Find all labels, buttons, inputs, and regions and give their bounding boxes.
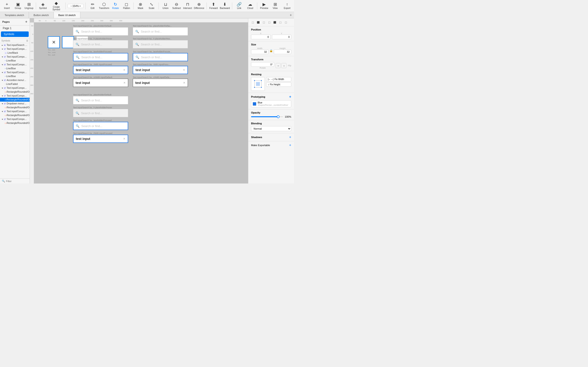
clear-icon-2[interactable]: ✕ bbox=[123, 81, 126, 84]
create-symbol-tool[interactable]: ◆ Create Symbol bbox=[49, 1, 64, 11]
page-item-page1[interactable]: Page 1 bbox=[0, 25, 30, 31]
search-box-filled-focused-2[interactable]: test input ✕ bbox=[73, 135, 128, 143]
clear-icon-r2[interactable]: ✕ bbox=[183, 81, 185, 84]
opacity-slider[interactable] bbox=[251, 116, 283, 117]
layer-toggle[interactable]: ▾ bbox=[2, 95, 3, 97]
align-left-button[interactable]: ⬚ bbox=[250, 20, 255, 25]
align-right-button[interactable]: ⬚ bbox=[261, 20, 266, 25]
y-input[interactable] bbox=[272, 35, 292, 39]
height-input[interactable] bbox=[274, 50, 291, 54]
rotate-tool[interactable]: ↻ Rotate bbox=[111, 1, 121, 11]
fix-width-button[interactable]: |←→| Fix Width bbox=[266, 77, 291, 81]
x-input[interactable] bbox=[251, 35, 271, 39]
clear-icon-r1[interactable]: ✕ bbox=[183, 68, 185, 72]
search-box-default-r1[interactable]: 🔍 Search or find... bbox=[133, 27, 188, 35]
search-box-filled-focused-1[interactable]: test input ✕ bbox=[73, 66, 128, 74]
layer-toggle[interactable]: ▾ bbox=[2, 48, 3, 50]
layer-item[interactable]: ▭ Rectangle/Rounded/Outline/F... bbox=[0, 121, 30, 125]
layer-item[interactable]: ─ Line/Blue bbox=[0, 74, 30, 78]
empty-artboard-1[interactable] bbox=[62, 36, 74, 48]
tab-templates[interactable]: Templates.sketch bbox=[0, 12, 29, 18]
lock-icon[interactable]: 🔒 bbox=[269, 49, 273, 52]
clear-icon-1[interactable]: ✕ bbox=[123, 68, 125, 72]
blending-select[interactable]: Normal bbox=[251, 126, 291, 131]
tab-button[interactable]: Button.sketch bbox=[29, 12, 54, 18]
flatten-tool[interactable]: ◻ Flatten bbox=[121, 1, 132, 11]
layer-item[interactable]: ▾ ↺ Text input/Component/Container... bbox=[0, 109, 30, 113]
width-input[interactable] bbox=[251, 50, 268, 54]
search-box-focused-empty-r1[interactable]: 🔍 Search or find... bbox=[133, 53, 188, 61]
forward-tool[interactable]: ⬆ Forward bbox=[208, 1, 219, 11]
add-page-button[interactable]: + bbox=[25, 20, 27, 24]
layer-item[interactable]: ▾ ↺ Text input/Component/Container... bbox=[0, 94, 30, 98]
layer-item[interactable]: ▸ ≋ Text input/Search bar/Outline/M... bbox=[0, 43, 30, 47]
layer-item-selected[interactable]: ▭ Rectangle/Rounded/Outline/F... bbox=[0, 98, 30, 102]
x-button-artboard[interactable]: ✕ bbox=[48, 36, 60, 48]
cloud-tool[interactable]: ☁ Cloud bbox=[245, 1, 255, 11]
preview-tool[interactable]: ▶ Preview bbox=[259, 1, 269, 11]
difference-tool[interactable]: ⊕ Difference bbox=[194, 1, 205, 11]
flip-vertical-button[interactable]: ↕ bbox=[281, 63, 286, 68]
insert-tool[interactable]: + Insert bbox=[2, 1, 12, 11]
layer-item[interactable]: ▾ ↺ Text input/Component/Underline... bbox=[0, 63, 30, 67]
search-box-focused-empty-1[interactable]: 🔍 Search or find... bbox=[73, 53, 128, 61]
subtract-tool[interactable]: ⊖ Subtract bbox=[172, 1, 182, 11]
zoom-minus[interactable]: − bbox=[70, 5, 72, 7]
intersect-tool[interactable]: ⊓ Intersect bbox=[183, 1, 193, 11]
ungroup-tool[interactable]: ⊞ Ungroup bbox=[24, 1, 34, 11]
scale-tool[interactable]: ⤡ Scale bbox=[147, 1, 157, 11]
distribute-h-button[interactable]: ⬚ bbox=[283, 20, 288, 25]
search-box-hover-2[interactable]: 🔍 Search or find... bbox=[73, 109, 128, 117]
prototype-item[interactable]: Blue Shapes/Rectan...ounded/Outline/ bbox=[251, 100, 291, 107]
layer-item[interactable]: ▾ ↺ Text input/Component/Underline... bbox=[0, 70, 30, 74]
layer-item[interactable]: ─ Line/Black bbox=[0, 51, 30, 55]
backward-tool[interactable]: ⬇ Backward bbox=[220, 1, 230, 11]
layer-item[interactable]: ▭ Rectangle/Rounded/Outline/F... bbox=[0, 106, 30, 109]
layer-item[interactable]: ▾ ↺ Dropdown menu/Component/Co... bbox=[0, 102, 30, 106]
search-box-filled-default-1[interactable]: test input ✕ bbox=[73, 79, 128, 87]
layer-item[interactable]: ▾ ↺ Text input/Component/Container... bbox=[0, 86, 30, 90]
transform-tool[interactable]: ⬡ Transform bbox=[99, 1, 110, 11]
make-exportable-section[interactable]: Make Exportable + bbox=[248, 141, 294, 149]
layer-toggle[interactable]: ▾ bbox=[2, 102, 3, 105]
fix-height-button[interactable]: ↕ Fix Height bbox=[266, 82, 291, 87]
layer-toggle[interactable]: ▾ bbox=[2, 118, 3, 120]
layer-item[interactable]: ─ Line/Faded bbox=[0, 82, 30, 86]
zoom-plus[interactable]: + bbox=[79, 5, 81, 7]
make-exportable-add-icon[interactable]: + bbox=[289, 143, 291, 147]
align-bottom-button[interactable]: ⬚ bbox=[278, 20, 283, 25]
page-item-symbols[interactable]: Symbols bbox=[1, 31, 29, 37]
canvas-area[interactable]: -50 0 50 100 150 200 250 300 350 400 -50… bbox=[30, 18, 248, 184]
search-box-filled-default-r1[interactable]: test input ✕ bbox=[133, 79, 188, 87]
layer-item[interactable]: ─ Line/Blue bbox=[0, 59, 30, 63]
search-box-default-2[interactable]: 🔍 Search or find... bbox=[73, 96, 128, 104]
layer-toggle[interactable]: ▾ bbox=[2, 87, 3, 89]
shadows-add-button[interactable]: + bbox=[289, 135, 291, 139]
prototyping-add-button[interactable]: + bbox=[289, 95, 291, 99]
layer-toggle[interactable]: ▾ bbox=[2, 56, 3, 58]
layer-item[interactable]: ▾ ↺ Text input/Component/Underline... bbox=[0, 55, 30, 59]
layer-item[interactable]: ▾ ↺ Text input/Component/Container... bbox=[0, 117, 30, 121]
group-tool[interactable]: ▣ Group bbox=[13, 1, 23, 11]
symbol-tool[interactable]: ◈ Symbol bbox=[38, 1, 48, 11]
layer-item[interactable]: ▾ ↺ Accordion menu/Component/Div... bbox=[0, 78, 30, 82]
link-tool[interactable]: 🔗 Link bbox=[234, 1, 244, 11]
search-box-hover-r1[interactable]: 🔍 Search or find... bbox=[133, 40, 188, 48]
rotate-input[interactable] bbox=[251, 62, 274, 67]
union-tool[interactable]: ⊔ Union bbox=[161, 1, 171, 11]
layer-item[interactable]: ▭ Rectangle/Rounded/Outline/F... bbox=[0, 113, 30, 117]
tab-add-button[interactable]: + bbox=[288, 12, 294, 18]
layer-item[interactable]: ▭ Rectangle/Rounded/Outline/F... bbox=[0, 90, 30, 94]
layer-toggle[interactable]: ▾ bbox=[2, 71, 3, 74]
search-box-filled-focused-r1[interactable]: test input ✕ bbox=[133, 66, 188, 74]
tab-basic-ui[interactable]: Basic UI.sketch bbox=[54, 12, 81, 18]
search-box-hover-1[interactable]: 🔍 Search or find... bbox=[73, 40, 128, 48]
clear-icon-3[interactable]: ✕ bbox=[123, 137, 125, 140]
layer-toggle[interactable]: ▾ bbox=[2, 79, 3, 81]
search-box-focused-empty-2[interactable]: 🔍 Search or find... bbox=[73, 122, 128, 130]
edit-tool[interactable]: ✏ Edit bbox=[87, 1, 98, 11]
align-center-h-button[interactable]: ⬛ bbox=[256, 20, 261, 25]
layer-item[interactable]: ▾ ↺ Text input/Component/Blinking c... bbox=[0, 47, 30, 51]
export-tool[interactable]: ↑ Export bbox=[282, 1, 292, 11]
mask-tool[interactable]: ⊗ Mask bbox=[136, 1, 146, 11]
